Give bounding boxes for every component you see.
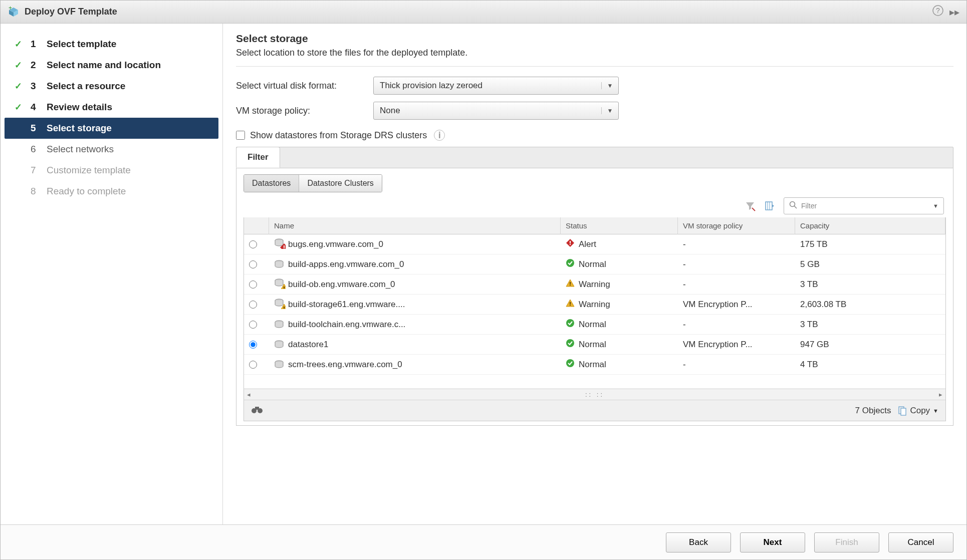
row-name-cell[interactable]: scm-trees.eng.vmware.com_0	[269, 355, 561, 375]
col-free[interactable]: Free	[945, 217, 946, 234]
help-icon[interactable]: ?	[932, 5, 943, 19]
row-name-cell[interactable]: bugs.eng.vmware.com_0	[269, 234, 561, 254]
col-name[interactable]: Name	[269, 217, 561, 234]
deploy-ovf-dialog: + Deploy OVF Template ? ▸▸ ✓ 1 Select te…	[0, 0, 967, 560]
row-name-cell[interactable]: build-storage61.eng.vmware....	[269, 295, 561, 315]
col-capacity[interactable]: Capacity	[795, 217, 945, 234]
row-policy-cell: VM Encryption P...	[678, 335, 795, 355]
row-radio[interactable]	[249, 281, 257, 289]
step-8-ready-to-complete: 8 Ready to complete	[1, 181, 222, 202]
datastore-name: datastore1	[288, 340, 328, 350]
row-select-cell[interactable]	[244, 315, 269, 335]
svg-point-15	[566, 259, 574, 267]
step-1-select-template[interactable]: ✓ 1 Select template	[1, 34, 222, 55]
row-policy-cell: -	[678, 274, 795, 295]
row-free-cell: 4.61 GB	[945, 254, 946, 274]
col-status[interactable]: Status	[561, 217, 678, 234]
drs-checkbox[interactable]	[236, 131, 245, 140]
datastore-name: build-ob.eng.vmware.com_0	[288, 279, 395, 290]
status-icon	[566, 238, 575, 250]
row-capacity-cell: 2,603.08 TB	[795, 295, 945, 315]
check-icon: ✓	[13, 81, 24, 92]
row-radio[interactable]	[249, 321, 257, 329]
row-name-cell[interactable]: build-apps.eng.vmware.com_0	[269, 254, 561, 274]
step-4-review-details[interactable]: ✓ 4 Review details	[1, 97, 222, 118]
horizontal-scrollbar[interactable]: ◂ :: :: ▸	[244, 389, 945, 400]
policy-text: VM Encryption P...	[683, 300, 753, 310]
row-radio[interactable]	[249, 240, 257, 248]
row-status-cell: Alert	[561, 234, 678, 254]
row-free-cell: 463.45 TB	[945, 295, 946, 315]
copy-button[interactable]: Copy ▼	[898, 406, 938, 416]
row-capacity-cell: 3 TB	[795, 274, 945, 295]
step-5-select-storage[interactable]: 5 Select storage	[5, 118, 218, 139]
step-label: Select a resource	[47, 81, 125, 92]
row-select-cell[interactable]	[244, 295, 269, 315]
row-free-cell: 946.05 GB	[945, 335, 946, 355]
row-name-cell[interactable]: datastore1	[269, 335, 561, 355]
expand-icon[interactable]: ▸▸	[949, 6, 959, 18]
step-3-select-resource[interactable]: ✓ 3 Select a resource	[1, 76, 222, 97]
filter-input-dropdown[interactable]: Filter ▼	[784, 197, 944, 214]
empty-cell	[244, 375, 269, 389]
binoculars-icon[interactable]	[251, 405, 263, 416]
row-radio[interactable]	[249, 361, 257, 369]
next-button[interactable]: Next	[740, 532, 805, 552]
row-policy-cell: -	[678, 234, 795, 254]
step-2-select-name-location[interactable]: ✓ 2 Select name and location	[1, 55, 222, 76]
page-title: Select storage	[236, 33, 953, 45]
datastore-icon	[274, 299, 284, 310]
subtab-datastores[interactable]: Datastores	[244, 175, 299, 192]
tab-filter[interactable]: Filter	[236, 147, 280, 168]
row-capacity-cell: 947 GB	[795, 335, 945, 355]
row-policy-cell: -	[678, 355, 795, 375]
row-select-cell[interactable]	[244, 274, 269, 295]
page-subtitle: Select location to store the files for t…	[236, 48, 953, 58]
window-title: Deploy OVF Template	[25, 7, 932, 17]
datastore-name: bugs.eng.vmware.com_0	[288, 239, 383, 249]
policy-text: VM Encryption P...	[683, 340, 753, 350]
datastore-name: scm-trees.eng.vmware.com_0	[288, 360, 402, 370]
policy-text: -	[683, 279, 686, 290]
step-label: Customize template	[47, 165, 131, 176]
back-button[interactable]: Back	[666, 532, 731, 552]
status-text: Warning	[579, 300, 610, 310]
step-label: Review details	[47, 102, 112, 113]
scroll-grip-icon: :: ::	[585, 391, 604, 398]
status-icon	[566, 278, 575, 290]
check-icon: ✓	[13, 60, 24, 71]
empty-cell	[945, 375, 946, 389]
row-select-cell[interactable]	[244, 254, 269, 274]
subtab-datastore-clusters[interactable]: Datastore Clusters	[299, 175, 382, 192]
scroll-left-icon[interactable]: ◂	[247, 391, 251, 398]
disk-format-label: Select virtual disk format:	[236, 81, 366, 91]
row-name-cell[interactable]: build-toolchain.eng.vmware.c...	[269, 315, 561, 335]
cancel-button[interactable]: Cancel	[888, 532, 953, 552]
row-select-cell[interactable]	[244, 234, 269, 254]
columns-icon[interactable]	[764, 199, 777, 212]
row-radio[interactable]	[249, 301, 257, 309]
step-6-select-networks: 6 Select networks	[1, 139, 222, 160]
capacity-text: 947 GB	[800, 340, 829, 350]
capacity-text: 3 TB	[800, 320, 818, 330]
row-name-cell[interactable]: build-ob.eng.vmware.com_0	[269, 274, 561, 295]
row-select-cell[interactable]	[244, 355, 269, 375]
col-policy[interactable]: VM storage policy	[678, 217, 795, 234]
status-icon	[566, 258, 575, 270]
row-select-cell[interactable]	[244, 335, 269, 355]
row-radio[interactable]	[249, 260, 257, 268]
svg-line-8	[794, 206, 797, 208]
row-policy-cell: -	[678, 254, 795, 274]
scroll-right-icon[interactable]: ▸	[939, 391, 942, 398]
svg-point-27	[566, 319, 574, 327]
row-status-cell: Normal	[561, 315, 678, 335]
storage-policy-dropdown[interactable]: None ▼	[373, 102, 619, 120]
row-radio[interactable]	[249, 341, 257, 349]
info-icon[interactable]: i	[434, 130, 445, 141]
svg-text:?: ?	[936, 7, 940, 15]
search-icon	[789, 201, 797, 211]
row-status-cell: Warning	[561, 295, 678, 315]
disk-format-value: Thick provision lazy zeroed	[374, 81, 601, 91]
filter-funnel-icon[interactable]	[744, 199, 757, 212]
disk-format-dropdown[interactable]: Thick provision lazy zeroed ▼	[373, 77, 619, 95]
